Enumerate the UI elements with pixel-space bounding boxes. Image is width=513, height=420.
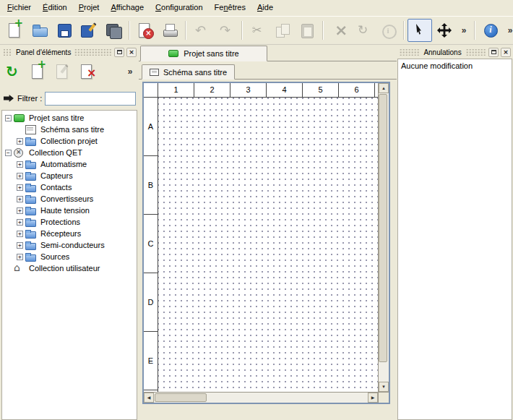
tree-item-capteurs[interactable]: +Capteurs bbox=[2, 170, 137, 181]
ruler-corner bbox=[144, 83, 158, 97]
scroll-right-button[interactable]: ▶ bbox=[368, 393, 378, 403]
folder-icon bbox=[25, 206, 36, 215]
open-document-button[interactable] bbox=[27, 19, 52, 42]
vertical-scrollbar[interactable]: ▲ ▼ bbox=[378, 83, 389, 403]
tree-item-semi-conducteurs[interactable]: +Semi-conducteurs bbox=[2, 239, 137, 251]
about-qet-button[interactable] bbox=[478, 19, 503, 42]
scroll-up-button[interactable]: ▲ bbox=[379, 83, 389, 93]
menu-edition[interactable]: Édition bbox=[37, 0, 73, 16]
undo-list-item[interactable]: Aucune modification bbox=[398, 59, 512, 72]
elements-panel-titlebar[interactable]: Panel d'éléments × bbox=[2, 46, 137, 58]
row-header-A: A bbox=[144, 98, 158, 156]
plus-expander-icon[interactable]: + bbox=[17, 231, 23, 237]
toolbar-extension-button[interactable]: » bbox=[457, 19, 471, 42]
plus-expander-icon[interactable]: + bbox=[17, 242, 23, 249]
plus-expander-icon[interactable]: + bbox=[17, 254, 23, 260]
clear-filter-icon[interactable] bbox=[3, 93, 14, 104]
tree-item-automatisme[interactable]: +Automatisme bbox=[2, 158, 137, 170]
chevron-icon: » bbox=[455, 22, 473, 39]
close-document-button[interactable] bbox=[133, 19, 158, 42]
tree-item-recepteurs[interactable]: +Récepteurs bbox=[2, 228, 137, 239]
save-as-button[interactable] bbox=[77, 19, 101, 42]
dock-grip[interactable] bbox=[2, 49, 12, 56]
tree-item-haute-tension[interactable]: +Haute tension bbox=[2, 205, 137, 216]
close-panel-button[interactable]: × bbox=[501, 48, 511, 57]
schema-canvas[interactable] bbox=[158, 98, 378, 392]
schema-tab[interactable]: Schéma sans titre bbox=[142, 64, 235, 80]
tree-item-schema-sans-titre[interactable]: Schéma sans titre bbox=[2, 124, 137, 135]
visualisation-mode-button[interactable] bbox=[432, 19, 457, 42]
print-button[interactable] bbox=[158, 19, 182, 42]
menu-configuration[interactable]: Configuration bbox=[150, 0, 208, 16]
scroll-left-button[interactable]: ◀ bbox=[144, 393, 154, 403]
delete-element-button[interactable] bbox=[75, 60, 100, 83]
folder-icon bbox=[25, 183, 36, 192]
tree-item-projet-sans-titre[interactable]: −Projet sans titre bbox=[2, 112, 137, 124]
menu-fenetres[interactable]: Fenêtres bbox=[209, 0, 251, 16]
delete-icon bbox=[330, 22, 348, 39]
close-icon: × bbox=[129, 49, 134, 56]
vertical-scroll-track[interactable] bbox=[379, 93, 389, 382]
menu-aide[interactable]: Aide bbox=[251, 0, 279, 16]
row-header-E: E bbox=[144, 332, 158, 390]
horizontal-scroll-track[interactable] bbox=[154, 393, 368, 403]
scroll-corner bbox=[379, 392, 389, 403]
plus-expander-icon[interactable]: + bbox=[17, 173, 23, 179]
undo-panel-titlebar[interactable]: Annulations × bbox=[399, 46, 511, 58]
elements-toolbar-extension-button[interactable]: » bbox=[123, 60, 137, 83]
delete-button bbox=[327, 19, 351, 42]
new-document-button[interactable] bbox=[3, 19, 27, 42]
folder-icon bbox=[25, 252, 36, 261]
chevron-overflow-icon: » bbox=[121, 63, 139, 80]
dock-grip[interactable] bbox=[399, 49, 420, 56]
scroll-down-button[interactable]: ▼ bbox=[379, 382, 389, 392]
tree-item-collection-qet[interactable]: −Collection QET bbox=[2, 147, 137, 158]
tree-item-collection-utilisateur[interactable]: Collection utilisateur bbox=[2, 262, 137, 274]
undo-list[interactable]: Aucune modification bbox=[397, 59, 512, 420]
menu-fichier[interactable]: Fichier bbox=[1, 0, 37, 16]
horizontal-scroll-thumb[interactable] bbox=[155, 393, 207, 402]
selection-mode-button[interactable] bbox=[408, 19, 432, 42]
save-button[interactable] bbox=[52, 19, 77, 42]
plus-expander-icon[interactable]: + bbox=[17, 219, 23, 226]
toolbar-separator bbox=[241, 21, 243, 40]
reload-collections-button[interactable] bbox=[1, 60, 26, 83]
tree-item-sources[interactable]: +Sources bbox=[2, 251, 137, 262]
chevron-icon: » bbox=[501, 22, 513, 39]
menu-projet[interactable]: Projet bbox=[73, 0, 105, 16]
project-tab[interactable]: Projet sans titre bbox=[140, 46, 267, 61]
element-info-button bbox=[376, 19, 400, 42]
dock-grip[interactable] bbox=[465, 49, 486, 56]
elements-toolbar: » bbox=[0, 59, 139, 85]
plus-expander-icon[interactable]: + bbox=[17, 184, 23, 191]
new-element-button[interactable] bbox=[26, 60, 51, 83]
dock-grip[interactable] bbox=[74, 49, 112, 56]
rotate-button bbox=[351, 19, 376, 42]
horizontal-scrollbar[interactable]: ◀ ▶ bbox=[144, 392, 378, 403]
tree-item-contacts[interactable]: +Contacts bbox=[2, 181, 137, 193]
tree-item-convertisseurs[interactable]: +Convertisseurs bbox=[2, 193, 137, 205]
plus-expander-icon[interactable]: + bbox=[17, 138, 23, 145]
close-panel-button[interactable]: × bbox=[126, 48, 137, 57]
filter-input[interactable] bbox=[45, 92, 136, 106]
filter-row: Filtrer : bbox=[3, 90, 136, 106]
plus-expander-icon[interactable]: + bbox=[17, 161, 23, 168]
float-panel-button[interactable] bbox=[114, 48, 124, 57]
float-panel-button[interactable] bbox=[488, 48, 499, 57]
filter-label: Filtrer : bbox=[17, 94, 42, 103]
toolbar-extension-button-2[interactable]: » bbox=[503, 19, 513, 42]
save-all-button[interactable] bbox=[101, 19, 126, 42]
folder-icon bbox=[25, 229, 36, 238]
rotate-icon bbox=[355, 22, 372, 39]
minus-expander-icon[interactable]: − bbox=[5, 115, 12, 121]
tree-item-label: Protections bbox=[39, 218, 82, 226]
print-icon bbox=[161, 22, 178, 39]
plus-expander-icon[interactable]: + bbox=[17, 196, 23, 202]
tree-item-collection-projet[interactable]: +Collection projet bbox=[2, 135, 137, 147]
plus-expander-icon[interactable]: + bbox=[17, 207, 23, 214]
tree-item-protections[interactable]: +Protections bbox=[2, 216, 137, 228]
menu-affichage[interactable]: Affichage bbox=[105, 0, 150, 16]
vertical-scroll-thumb[interactable] bbox=[379, 94, 387, 362]
column-header-4: 4 bbox=[267, 83, 303, 97]
minus-expander-icon[interactable]: − bbox=[5, 150, 12, 156]
